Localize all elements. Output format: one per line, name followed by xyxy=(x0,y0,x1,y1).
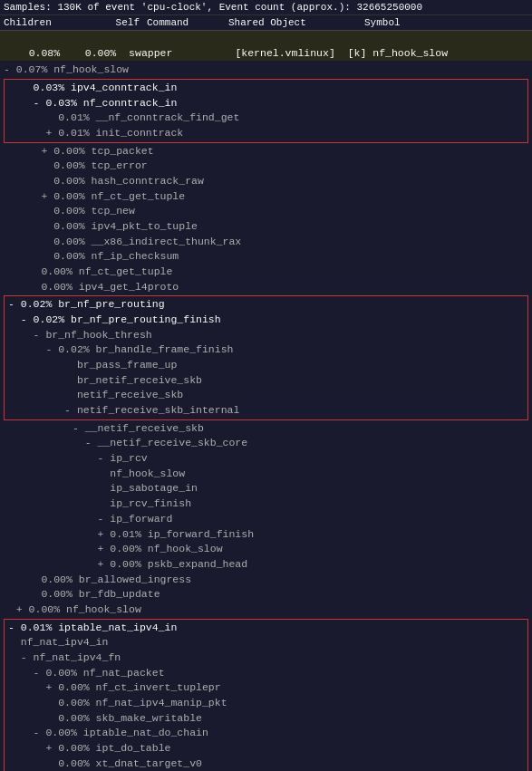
tree-line[interactable]: - nf_nat_ipv4_fn xyxy=(5,651,527,666)
tree-line[interactable]: 0.01% __nf_conntrack_find_get xyxy=(5,111,527,126)
column-headers: Children Self Command Shared Object Symb… xyxy=(0,15,532,31)
top-children-val: 0.08% xyxy=(29,47,61,59)
tree-line[interactable]: - br_nf_hook_thresh xyxy=(5,328,527,343)
tree-line[interactable]: - __netif_receive_skb xyxy=(0,421,532,437)
tree-line[interactable]: nf_hook_slow xyxy=(0,467,532,482)
tree-line[interactable]: 0.00% ipv4_get_l4proto xyxy=(0,280,532,295)
top-symbol-val: [k] nf_hook_slow xyxy=(348,47,448,59)
tree-line[interactable]: 0.00% tcp_error xyxy=(0,159,532,174)
tree-line[interactable]: 0.00% xt_dnat_target_v0 xyxy=(5,757,527,771)
tree-line[interactable]: 0.00% nf_ip_checksum xyxy=(0,249,532,265)
tree-line[interactable]: netif_receive_skb xyxy=(5,388,527,403)
content-area: - 0.07% nf_hook_slow 0.03% ipv4_conntrac… xyxy=(0,61,532,771)
tree-line[interactable]: - __netif_receive_skb_core xyxy=(0,436,532,451)
tree-line[interactable]: nf_nat_ipv4_in xyxy=(5,635,527,651)
tree-line[interactable]: + 0.01% ip_forward_finish xyxy=(0,527,532,543)
col-header-children: Children xyxy=(4,17,76,28)
col-header-self: Self xyxy=(76,17,140,28)
tree-line[interactable]: + 0.00% nf_hook_slow xyxy=(0,602,532,618)
header-title: Samples: 130K of event 'cpu-clock', Even… xyxy=(4,2,422,13)
tree-line[interactable]: - netif_receive_skb_internal xyxy=(5,403,527,419)
top-shared-val: [kernel.vmlinux] xyxy=(235,47,334,59)
highlighted-box-outer2: - 0.02% br_nf_pre_routing - 0.02% br_nf_… xyxy=(4,295,528,419)
top-command-val: swapper xyxy=(129,47,172,59)
tree-line[interactable]: - ip_forward xyxy=(0,512,532,527)
tree-line[interactable]: ip_sabotage_in xyxy=(0,481,532,496)
tree-line[interactable]: 0.00% tcp_new xyxy=(0,204,532,219)
tree-line[interactable]: 0.00% nf_ct_get_tuple xyxy=(0,265,532,280)
tree-line[interactable]: br_netif_receive_skb xyxy=(5,373,527,389)
top-self-val: 0.00% xyxy=(85,47,117,59)
tree-line[interactable]: 0.00% hash_conntrack_raw xyxy=(0,174,532,189)
tree-line[interactable]: 0.00% nf_nat_ipv4_manip_pkt xyxy=(5,696,527,711)
tree-line[interactable]: - ip_rcv xyxy=(0,451,532,467)
top-row[interactable]: 0.08% 0.00% swapper [kernel.vmlinux] [k]… xyxy=(0,31,532,61)
tree-line[interactable]: 0.03% ipv4_conntrack_in xyxy=(5,81,527,96)
col-header-symbol: Symbol xyxy=(357,17,528,28)
col-header-shared: Shared Object xyxy=(221,17,357,28)
tree-line[interactable]: + 0.00% nf_hook_slow xyxy=(0,542,532,557)
tree-line[interactable]: - 0.01% iptable_nat_ipv4_in xyxy=(5,621,527,636)
tree-line[interactable]: + 0.00% pskb_expand_head xyxy=(0,557,532,573)
tree-line[interactable]: + 0.00% nf_ct_get_tuple xyxy=(0,189,532,205)
tree-line[interactable]: + 0.01% init_conntrack xyxy=(5,126,527,141)
highlighted-box-outer3: - 0.01% iptable_nat_ipv4_in nf_nat_ipv4_… xyxy=(4,619,528,771)
tree-line[interactable]: - 0.02% br_nf_pre_routing_finish xyxy=(5,313,527,328)
tree-line[interactable]: - 0.02% br_nf_pre_routing xyxy=(5,297,527,313)
tree-line[interactable]: 0.00% skb_make_writable xyxy=(5,711,527,727)
col-header-command: Command xyxy=(140,17,221,28)
tree-line[interactable]: - 0.03% nf_conntrack_in xyxy=(5,96,527,111)
tree-line[interactable]: br_pass_frame_up xyxy=(5,358,527,373)
tree-line[interactable]: - 0.07% nf_hook_slow xyxy=(0,63,532,78)
highlighted-box-outer1: 0.03% ipv4_conntrack_in - 0.03% nf_connt… xyxy=(4,79,528,143)
tree-line[interactable]: - 0.02% br_handle_frame_finish xyxy=(5,342,527,358)
tree-line[interactable]: - 0.00% iptable_nat_do_chain xyxy=(5,726,527,741)
tree-line[interactable]: + 0.00% ipt_do_table xyxy=(5,741,527,757)
tree-line[interactable]: 0.00% br_fdb_update xyxy=(0,587,532,602)
tree-line[interactable]: 0.00% br_allowed_ingress xyxy=(0,573,532,588)
tree-line[interactable]: + 0.00% nf_ct_invert_tuplepr xyxy=(5,680,527,696)
tree-line[interactable]: 0.00% ipv4_pkt_to_tuple xyxy=(0,219,532,235)
tree-line[interactable]: + 0.00% tcp_packet xyxy=(0,144,532,159)
header-bar: Samples: 130K of event 'cpu-clock', Even… xyxy=(0,0,532,15)
top-children xyxy=(16,47,29,59)
tree-line[interactable]: - 0.00% nf_nat_packet xyxy=(5,666,527,681)
tree-line[interactable]: 0.00% __x86_indirect_thunk_rax xyxy=(0,235,532,250)
tree-line[interactable]: ip_rcv_finish xyxy=(0,496,532,512)
